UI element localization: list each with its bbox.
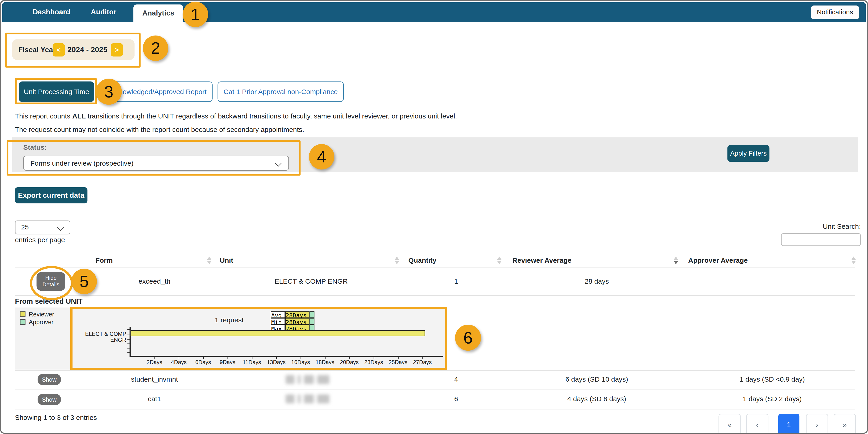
analytics-page: Dashboard Auditor Analytics Notification… (0, 0, 868, 434)
callout-4: 4 (309, 144, 334, 170)
cell-form: cat1 (127, 395, 182, 403)
pagination-first-button[interactable]: « (718, 414, 741, 434)
fiscal-year-next-button[interactable]: > (111, 43, 123, 57)
sort-icon-quantity[interactable] (497, 257, 503, 265)
tab-cat1-prior-approval[interactable]: Cat 1 Prior Approval non-Compliance (218, 81, 344, 102)
report-description-line2: The request count may not coincide with … (15, 126, 304, 134)
legend-label: Reviewer (29, 311, 54, 317)
fiscal-year-panel: Fiscal Year: < 2024 - 2025 > (12, 39, 134, 60)
sort-icon-end[interactable] (851, 257, 857, 265)
row-divider (15, 295, 855, 296)
x-tick-label: 18Days (313, 359, 337, 365)
nav-tab-dashboard[interactable]: Dashboard (33, 2, 70, 22)
callout-2: 2 (143, 35, 168, 61)
tab-unit-processing-time[interactable]: Unit Processing Time (19, 81, 94, 102)
callout-1: 1 (183, 2, 208, 27)
y-axis-category-label: ELECT & COMP ENGR (73, 331, 126, 343)
pagination-next-button[interactable]: › (806, 414, 828, 434)
chart-title: 1 request (196, 316, 262, 324)
x-tick-label: 25Days (386, 359, 410, 365)
cell-quantity: 1 (440, 278, 473, 285)
x-tick-label: 4Days (167, 359, 191, 365)
hide-details-button[interactable]: Hide Details (36, 272, 65, 291)
status-select[interactable]: Forms under review (prospective) (23, 155, 289, 171)
entries-per-page-select[interactable]: 25 (15, 221, 70, 234)
legend-item-approver: Approver (20, 318, 54, 326)
sort-icon-approver-average[interactable] (674, 257, 679, 265)
cell-approver-average: 1 days (SD 2 days) (722, 395, 822, 403)
column-header-quantity[interactable]: Quantity (400, 253, 444, 267)
column-header-unit[interactable]: Unit (220, 253, 253, 267)
x-tick-label: 6Days (191, 359, 215, 365)
entries-per-page-label: entries per page (15, 236, 65, 244)
cell-reviewer-average: 6 days (SD 10 days) (553, 376, 641, 383)
fiscal-year-value: 2024 - 2025 (66, 39, 108, 60)
show-details-button[interactable]: Show (37, 374, 61, 385)
cell-unit: ELECT & COMP ENGR (267, 278, 355, 285)
cell-reviewer-average: 4 days (SD 8 days) (553, 395, 641, 403)
apply-filters-button[interactable]: Apply Filters (727, 145, 769, 162)
pagination-page-1-button[interactable]: 1 (778, 414, 799, 434)
row-divider (15, 389, 855, 389)
x-axis-line (129, 356, 443, 357)
callout-3: 3 (96, 79, 122, 105)
cell-form: exceed_th (127, 278, 182, 285)
legend-label: Approver (29, 318, 54, 325)
stat-row-min: Min 28Days (271, 318, 314, 325)
table-bottom-divider (15, 409, 855, 409)
top-nav-bar: Dashboard Auditor Analytics Notification… (2, 2, 866, 22)
x-tick-label: 9Days (215, 359, 240, 365)
pagination-last-button[interactable]: » (834, 414, 856, 434)
column-header-reviewer-average[interactable]: Reviewer Average (503, 253, 581, 267)
cell-approver-average: 1 days (SD <0.9 day) (722, 376, 822, 383)
nav-tab-auditor[interactable]: Auditor (91, 2, 116, 22)
x-tick-label: 13Days (264, 359, 288, 365)
pagination-prev-button[interactable]: ‹ (746, 414, 768, 434)
stat-row-avg: Avg 28Days (271, 312, 314, 318)
x-tick-label: 11Days (240, 359, 264, 365)
report-description-line1: This report counts ALL transitions throu… (15, 113, 457, 120)
redacted-unit-value (286, 392, 337, 406)
chart-legend: Reviewer Approver (15, 308, 70, 370)
row-divider (15, 370, 855, 371)
fiscal-year-label: Fiscal Year: (18, 39, 58, 60)
approver-swatch-icon (20, 319, 26, 325)
sort-icon-unit[interactable] (395, 257, 400, 265)
x-tick-label: 23Days (362, 359, 386, 365)
show-details-button[interactable]: Show (37, 394, 61, 405)
sort-icon-form[interactable] (207, 257, 212, 265)
x-tick-label: 2Days (142, 359, 167, 365)
cell-form: student_invmnt (127, 376, 182, 383)
cell-reviewer-average: 28 days (558, 278, 636, 285)
export-current-data-button[interactable]: Export current data (15, 187, 88, 203)
notifications-button[interactable]: Notifications (811, 5, 859, 19)
callout-6: 6 (455, 325, 481, 351)
callout-5: 5 (71, 269, 97, 294)
details-heading: From selected UNIT (15, 297, 83, 305)
status-label: Status: (23, 144, 46, 151)
x-tick-label: 16Days (288, 359, 313, 365)
chevron-down-icon (57, 224, 64, 231)
unit-processing-chart: 1 request Avg 28Days Min 28Days Max 28Da… (70, 307, 447, 370)
cell-quantity: 6 (440, 395, 473, 403)
column-header-approver-average[interactable]: Approver Average (679, 253, 757, 267)
nav-tab-analytics[interactable]: Analytics (133, 4, 183, 22)
status-selected-value: Forms under review (prospective) (31, 160, 134, 167)
fiscal-year-prev-button[interactable]: < (53, 43, 65, 57)
header-divider (15, 268, 855, 268)
reviewer-swatch-icon (20, 312, 26, 317)
reviewer-bar (131, 330, 425, 336)
column-header-form[interactable]: Form (82, 253, 126, 267)
legend-item-reviewer: Reviewer (20, 310, 54, 318)
chevron-down-icon (275, 160, 282, 167)
x-tick-label: 20Days (337, 359, 362, 365)
table-summary: Showing 1 to 3 of 3 entries (15, 414, 97, 422)
chart-stats-table: Avg 28Days Min 28Days Max 28Days (271, 312, 314, 331)
x-tick-label: 27Days (410, 359, 435, 365)
cell-quantity: 4 (440, 376, 473, 383)
unit-search-input[interactable] (781, 233, 861, 246)
unit-search-label: Unit Search: (781, 223, 861, 231)
redacted-unit-value (286, 373, 337, 386)
entries-selected-value: 25 (21, 223, 29, 231)
